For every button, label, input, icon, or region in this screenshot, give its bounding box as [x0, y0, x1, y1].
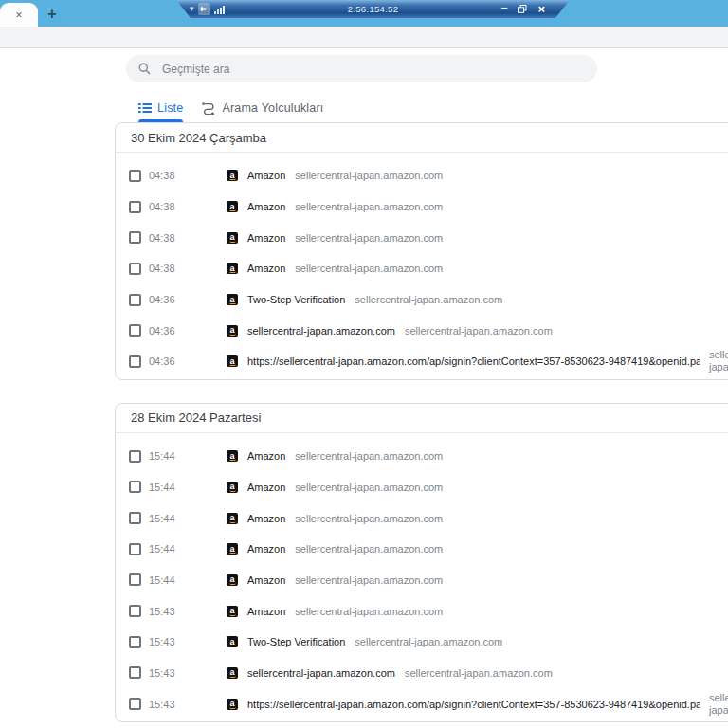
tab-list-label: Liste — [157, 101, 183, 115]
entry-title-link[interactable]: https://sellercentral-japan.amazon.com/a… — [247, 355, 700, 367]
entry-checkbox[interactable] — [129, 543, 141, 555]
history-entry-row[interactable]: 04:36 a Two-Step Verification sellercent… — [116, 284, 728, 316]
entry-checkbox[interactable] — [129, 605, 141, 617]
chevron-down-icon[interactable]: ▾ — [190, 5, 194, 13]
entry-title-link[interactable]: Amazon — [247, 543, 285, 555]
entry-domain: sellercentral-japan.amazon.com — [405, 325, 553, 337]
entry-time: 04:36 — [149, 294, 218, 305]
history-entry-row[interactable]: 04:38 a Amazon sellercentral-japan.amazo… — [116, 222, 728, 253]
pin-icon[interactable] — [198, 3, 210, 15]
tab-list[interactable]: Liste — [138, 94, 183, 122]
entry-title-link[interactable]: Amazon — [247, 513, 285, 524]
history-entry-row[interactable]: 15:44 a Amazon sellercentral-japan.amazo… — [116, 534, 728, 565]
entry-checkbox[interactable] — [129, 170, 141, 182]
history-entry-row[interactable]: 04:38 a Amazon sellercentral-japan.amazo… — [116, 160, 728, 191]
amazon-favicon-icon: a — [227, 294, 238, 305]
entry-checkbox[interactable] — [129, 294, 141, 306]
entry-checkbox[interactable] — [129, 698, 141, 710]
history-entry-row[interactable]: 15:44 a Amazon sellercentral-japan.amazo… — [116, 502, 728, 534]
entry-domain: sellercentral-japan.amazon.com — [355, 636, 502, 647]
entry-checkbox[interactable] — [129, 324, 141, 337]
new-tab-button[interactable]: + — [42, 4, 63, 24]
history-date-card: 28 Ekim 2024 Pazartesi 15:44 a Amazon se… — [115, 403, 728, 722]
history-entry-row[interactable]: 04:38 a Amazon sellercentral-japan.amazo… — [116, 191, 728, 223]
amazon-favicon-icon: a — [227, 543, 238, 555]
entry-title-link[interactable]: Amazon — [247, 263, 285, 274]
entry-time: 15:44 — [149, 574, 218, 586]
entry-checkbox[interactable] — [129, 231, 141, 244]
entry-domain: sellercentral-japan.amazon.com — [295, 201, 443, 212]
tab-journeys[interactable]: Arama Yolculukları — [201, 94, 323, 122]
entry-checkbox[interactable] — [129, 481, 141, 493]
history-entry-row[interactable]: 04:38 a Amazon sellercentral-japan.amazo… — [116, 253, 728, 284]
entry-checkbox[interactable] — [129, 636, 141, 648]
rdp-connection-bar[interactable]: 2.56.154.52 ▾ — [176, 0, 570, 18]
entry-title-link[interactable]: Amazon — [247, 232, 285, 244]
amazon-favicon-icon: a — [227, 636, 238, 647]
history-entry-row[interactable]: 15:44 a Amazon sellercentral-japan.amazo… — [116, 472, 728, 503]
entry-domain: sellercentral-japan.amazon.com — [295, 450, 443, 462]
amazon-favicon-icon: a — [227, 170, 238, 181]
entry-title-link[interactable]: Amazon — [247, 170, 285, 181]
entry-domain: sellercentral-japan.amazon.com — [295, 606, 443, 617]
minimize-icon[interactable]: – — [501, 2, 508, 13]
entry-title-link[interactable]: Amazon — [247, 201, 285, 212]
history-entry-row[interactable]: 04:36 a https://sellercentral-japan.amaz… — [116, 346, 728, 377]
amazon-favicon-icon: a — [227, 232, 238, 244]
entry-title-link[interactable]: Amazon — [247, 482, 285, 493]
entry-domain: sellercentral-japan.amazon.com — [295, 574, 443, 586]
entry-title-link[interactable]: Two-Step Verification — [247, 294, 345, 305]
history-view-tabs: Liste Arama Yolculukları — [138, 94, 728, 122]
history-search-box[interactable] — [126, 55, 597, 82]
entry-domain: sellercentral-japan.amazon.com — [355, 294, 502, 305]
entry-title-link[interactable]: Two-Step Verification — [247, 636, 345, 647]
entry-title-link[interactable]: sellercentral-japan.amazon.com — [247, 325, 395, 337]
entry-time: 04:36 — [149, 325, 218, 337]
entry-domain: sellercentral-japan.amazon.com — [295, 513, 443, 524]
entry-checkbox[interactable] — [129, 201, 141, 213]
entry-title-link[interactable]: sellercentral-japan.amazon.com — [247, 667, 395, 679]
journeys-icon — [201, 101, 216, 115]
entry-title-link[interactable]: Amazon — [247, 450, 285, 462]
entry-checkbox[interactable] — [129, 512, 141, 524]
remote-desktop-screen: × + 2.56.154.52 ▾ — [0, 0, 728, 728]
entry-title-link[interactable]: Amazon — [247, 574, 285, 586]
history-entry-row[interactable]: 15:43 a Two-Step Verification sellercent… — [116, 627, 728, 658]
amazon-favicon-icon: a — [227, 263, 238, 274]
tab-journeys-label: Arama Yolculukları — [222, 101, 323, 115]
amazon-favicon-icon: a — [227, 699, 238, 710]
entry-checkbox[interactable] — [129, 355, 141, 368]
search-input[interactable] — [151, 63, 597, 76]
rdp-window-controls: – × — [501, 0, 545, 18]
entry-time: 15:44 — [149, 513, 218, 524]
entry-time: 04:36 — [149, 355, 218, 367]
entry-time: 15:43 — [149, 606, 218, 617]
history-entry-row[interactable]: 15:43 a Amazon sellercentral-japan.amazo… — [116, 595, 728, 627]
history-entry-row[interactable]: 15:44 a Amazon sellercentral-japan.amazo… — [116, 441, 728, 472]
entry-time: 15:44 — [149, 543, 218, 555]
entry-domain: sellercentral-japan.amazon.com — [295, 482, 443, 493]
entry-domain: sellercentral-japan.amazon.com — [295, 263, 443, 274]
restore-window-icon[interactable] — [518, 5, 527, 13]
entry-time: 15:43 — [149, 636, 218, 647]
entry-checkbox[interactable] — [129, 450, 141, 463]
search-icon — [138, 63, 151, 75]
history-entry-row[interactable]: 15:43 a https://sellercentral-japan.amaz… — [116, 688, 728, 719]
history-entry-row[interactable]: 04:36 a sellercentral-japan.amazon.com s… — [116, 315, 728, 346]
history-rows: 04:38 a Amazon sellercentral-japan.amazo… — [116, 153, 728, 379]
browser-active-tab[interactable]: × — [0, 3, 38, 27]
entry-title-link[interactable]: https://sellercentral-japan.amazon.com/a… — [247, 699, 700, 710]
entry-checkbox[interactable] — [129, 263, 141, 275]
amazon-favicon-icon: a — [227, 667, 238, 679]
connection-signal-icon — [214, 5, 226, 14]
entry-time: 04:38 — [149, 263, 218, 274]
entry-checkbox[interactable] — [129, 666, 141, 679]
list-icon — [138, 102, 152, 114]
history-entry-row[interactable]: 15:44 a Amazon sellercentral-japan.amazo… — [116, 565, 728, 596]
rdp-left-controls: ▾ — [190, 0, 226, 18]
entry-title-link[interactable]: Amazon — [247, 606, 285, 617]
close-icon[interactable]: × — [537, 3, 545, 15]
history-entry-row[interactable]: 15:43 a sellercentral-japan.amazon.com s… — [116, 658, 728, 689]
tab-close-icon[interactable]: × — [15, 9, 22, 21]
entry-checkbox[interactable] — [129, 573, 141, 586]
